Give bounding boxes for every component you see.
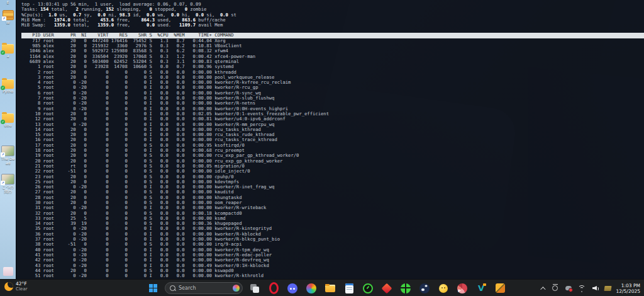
summary-line: MiB Swap: 1359.0 total, 1359.0 free, 0.0…: [21, 23, 644, 28]
start-button[interactable]: [146, 282, 160, 295]
orange-app-icon[interactable]: [493, 282, 507, 295]
volume-icon[interactable]: [591, 284, 599, 293]
sync-check-icon: ✓: [1, 50, 5, 55]
folder-icon: ✓: [2, 79, 14, 89]
taskbar-app-icons: [248, 282, 507, 295]
search-highlight-icon: [233, 285, 240, 292]
desktop-icon[interactable]: ✓Pytho: [1, 79, 15, 94]
notepad-icon[interactable]: [342, 282, 356, 295]
bell-icon[interactable]: [436, 282, 450, 295]
desktop-icon-label: W: [1, 21, 15, 25]
vpn-icon[interactable]: [474, 282, 488, 295]
desktop-icon-label: こつの間の: [1, 185, 15, 193]
terminal-window[interactable]: top - 13:03:41 up 56 min, 1 user, load a…: [16, 0, 644, 279]
shortcut-arrow-icon: ↗: [2, 16, 6, 21]
desktop-icon[interactable]: ↗W: [1, 10, 15, 25]
explorer-icon[interactable]: [323, 282, 337, 295]
red-diamond-icon[interactable]: [380, 282, 394, 295]
winrar-icon: ↗: [3, 10, 14, 20]
desktop-icon-label: The Dead: [1, 157, 15, 165]
taskbar: 42°F Clear Search 1:03 PM 12/5/2025: [0, 279, 644, 296]
gauge-icon[interactable]: [361, 282, 375, 295]
wifi-icon[interactable]: [577, 284, 586, 293]
sync-check-icon: ✓: [1, 120, 5, 124]
process-row: 51 root 0 -20 0 0 0 I 0.0 0.0 0:00.00 kw…: [21, 273, 644, 278]
steam-icon[interactable]: [418, 282, 431, 295]
folder-icon: ✓: [2, 113, 14, 123]
desktop-icon-label: E: [1, 1, 15, 5]
shortcut-arrow-icon: ↗: [1, 152, 5, 157]
desktop-icon[interactable]: ✓a: [1, 44, 15, 59]
taskbar-clock[interactable]: 1:03 PM 12/5/2025: [616, 283, 640, 294]
taskbar-center: Search: [146, 280, 507, 296]
weather-text: 42°F Clear: [16, 281, 27, 292]
task-view-icon[interactable]: [248, 282, 262, 295]
crosshair-icon[interactable]: [399, 282, 413, 295]
process-list: 717 root 20 0 447240 176416 75452 S 1.3 …: [21, 38, 644, 279]
folder-icon: ✓: [2, 44, 14, 54]
weather-condition: Clear: [16, 287, 27, 292]
clock-date: 12/5/2025: [616, 288, 640, 294]
discord-icon[interactable]: [286, 282, 299, 295]
top-summary: top - 13:03:41 up 56 min, 1 user, load a…: [21, 2, 644, 28]
desktop-icon[interactable]: E: [1, 0, 15, 5]
partial-b-icon: [3, 267, 13, 276]
opera-icon[interactable]: [267, 282, 280, 295]
anime-icon: ↗: [1, 174, 14, 185]
chevron-up-icon[interactable]: [538, 284, 547, 293]
sync-check-icon: ✓: [1, 86, 5, 90]
desktop-icon[interactable]: ↗こつの間の: [1, 174, 15, 193]
tray-app-icon[interactable]: [551, 284, 560, 293]
pie-chart-icon[interactable]: [455, 282, 469, 295]
desktop-icon[interactable]: ✓Ubu: [1, 113, 15, 128]
tray-icons: [538, 284, 613, 293]
search-placeholder: Search: [179, 285, 230, 291]
pinwheel-icon[interactable]: [304, 282, 318, 295]
weather-widget[interactable]: 42°F Clear: [4, 281, 27, 292]
search-box[interactable]: Search: [165, 282, 243, 294]
search-icon: [170, 285, 175, 291]
clock-time: 1:03 PM: [616, 283, 640, 288]
tray-folder-icon[interactable]: [604, 284, 613, 293]
shortcut-arrow-icon: ↗: [1, 181, 5, 185]
weather-temperature: 42°F: [16, 281, 27, 287]
moon-weather-icon: [4, 282, 13, 291]
desktop-icon[interactable]: ↗The Dead: [1, 145, 15, 165]
desktop-icon[interactable]: [1, 267, 15, 276]
system-tray: 1:03 PM 12/5/2025: [538, 280, 640, 296]
cloud-sync-icon[interactable]: [564, 284, 573, 293]
desktop: E↗W✓a✓Pytho✓Ubu↗The Dead↗こつの間の top - 13:…: [0, 0, 644, 296]
anime-icon: ↗: [1, 145, 14, 156]
desktop-icons-strip: E↗W✓a✓Pytho✓Ubu↗The Dead↗こつの間の: [0, 0, 16, 279]
